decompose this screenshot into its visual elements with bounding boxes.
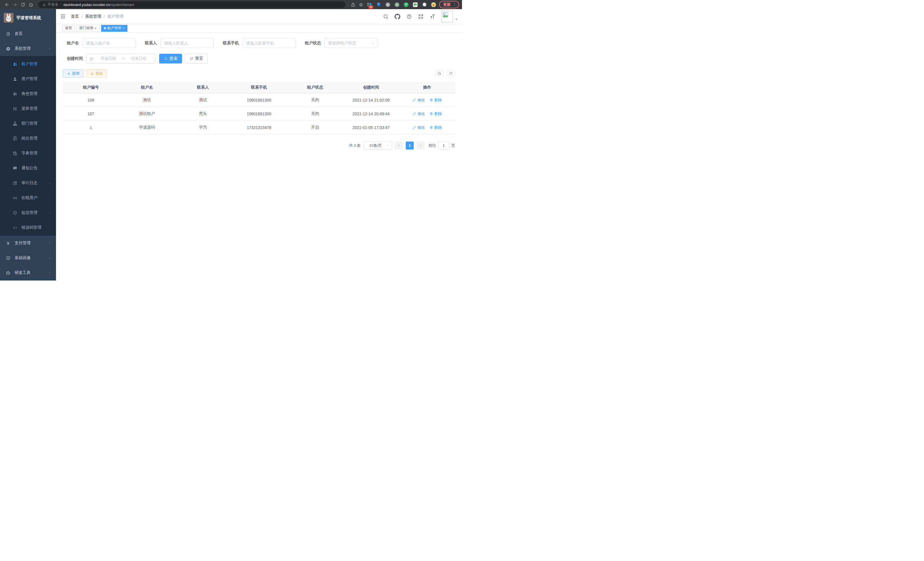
avatar[interactable]: [441, 11, 453, 22]
tag-1[interactable]: 部门管理×: [76, 25, 99, 32]
shield-check-icon: [13, 211, 17, 215]
extension-icon-y[interactable]: [403, 1, 410, 8]
sidebar-item-14-yen[interactable]: 支付管理: [0, 236, 56, 250]
chrome-update-button[interactable]: 更新: [439, 1, 459, 8]
extension-icon-balloon[interactable]: [375, 1, 382, 8]
browser-menu-icon[interactable]: [453, 3, 457, 7]
github-icon[interactable]: [394, 14, 400, 20]
sidebar-item-5-tree[interactable]: 菜单管理: [0, 101, 56, 116]
header-search-icon[interactable]: [383, 14, 388, 20]
browser-share-button[interactable]: [349, 1, 357, 9]
edit-button[interactable]: 修改: [412, 125, 425, 130]
download-icon: [90, 72, 94, 75]
table-cell: 关闭: [287, 107, 343, 121]
edit-button[interactable]: 修改: [412, 111, 425, 116]
filter-mobile: 联系手机: [223, 38, 296, 48]
sidebar-item-11-broadcast[interactable]: 在线用户: [0, 190, 56, 205]
close-icon[interactable]: ×: [94, 27, 97, 30]
sidebar: 芋道管理系统 首页系统管理租户管理用户管理角色管理菜单管理部门管理岗位管理字典管…: [0, 9, 56, 281]
extension-icon-command[interactable]: [384, 1, 391, 8]
next-page-button[interactable]: [417, 141, 424, 150]
breadcrumb-item-1[interactable]: 系统管理: [85, 14, 101, 19]
book-icon: [13, 151, 17, 156]
current-page-button[interactable]: 1: [406, 141, 414, 150]
extension-icon-blocks[interactable]: 10: [366, 1, 373, 8]
tenant-name-input[interactable]: [82, 38, 135, 48]
help-icon[interactable]: [406, 14, 412, 20]
goto-page-input[interactable]: [438, 141, 449, 150]
mobile-input[interactable]: [242, 38, 296, 48]
tag-0[interactable]: 首页: [62, 25, 75, 32]
browser-home-button[interactable]: [27, 1, 35, 9]
sidebar-item-9-chat[interactable]: 通知公告: [0, 161, 56, 176]
breadcrumb-item-2: 租户管理: [107, 14, 123, 19]
total-count: 共 3 条: [349, 143, 361, 148]
extensions-puzzle-icon[interactable]: [421, 1, 428, 8]
url-divider: [61, 3, 61, 7]
browser-forward-button[interactable]: [11, 1, 19, 9]
toolbar-right: [435, 69, 455, 78]
sidebar-item-0-dashboard[interactable]: 首页: [0, 26, 56, 41]
tags-view-bar: 首页部门管理×租户管理×: [56, 24, 462, 33]
delete-button[interactable]: 删除: [429, 125, 442, 130]
table-cell: 秃头: [175, 107, 231, 121]
fullscreen-icon[interactable]: [418, 14, 424, 20]
sidebar-item-6-org[interactable]: 部门管理: [0, 116, 56, 131]
add-button[interactable]: 新增: [63, 69, 83, 78]
sidebar-item-label: 岗位管理: [21, 136, 38, 141]
breadcrumb-item-0[interactable]: 首页: [71, 14, 79, 19]
prev-page-button[interactable]: [395, 141, 403, 150]
reset-button[interactable]: 重置: [185, 54, 208, 63]
status-select-placeholder: 请选择租户状态: [328, 41, 371, 46]
refresh-table-button[interactable]: [447, 69, 455, 78]
sidebar-item-12-shield-check[interactable]: 短信管理: [0, 205, 56, 220]
address-bar[interactable]: 不安全 dashboard.yudao.iocoder.cn/system/te…: [38, 1, 345, 8]
table-row-0: 108测试测试15601691300关闭2021-12-14 21:02:09修…: [63, 93, 455, 107]
browser-reload-button[interactable]: [19, 1, 27, 9]
extension-icon-record[interactable]: [393, 1, 400, 8]
sidebar-item-16-toolbox[interactable]: 研发工具: [0, 265, 56, 280]
sidebar-item-15-monitor[interactable]: 基础设施: [0, 250, 56, 265]
browser-back-button[interactable]: [3, 1, 11, 9]
sidebar-item-1-gear[interactable]: 系统管理: [0, 41, 56, 56]
table-cell: 2021-12-14 20:49:44: [343, 107, 399, 121]
sidebar-item-label: 短信管理: [21, 210, 38, 215]
sidebar-item-3-user[interactable]: 用户管理: [0, 71, 56, 86]
star-icon: [358, 2, 363, 7]
sidebar-item-2-users[interactable]: 租户管理: [0, 57, 56, 71]
badge-icon: [13, 136, 17, 141]
delete-button[interactable]: 删除: [429, 98, 442, 103]
sidebar-item-8-book[interactable]: 字典管理: [0, 146, 56, 161]
browser-toolbar: 不安全 dashboard.yudao.iocoder.cn/system/te…: [0, 0, 462, 9]
app-logo[interactable]: 芋道管理系统: [0, 9, 56, 26]
table-cell: 关闭: [287, 93, 343, 107]
sidebar-collapse-icon[interactable]: [60, 14, 66, 20]
delete-button[interactable]: 删除: [429, 111, 442, 116]
sidebar-item-10-edit-square[interactable]: 审计日志: [0, 176, 56, 190]
sidebar-item-4-users[interactable]: 角色管理: [0, 86, 56, 101]
sidebar-item-7-badge[interactable]: 岗位管理: [0, 131, 56, 146]
page-size-select[interactable]: 10条/页: [363, 141, 392, 150]
user-avatar-menu[interactable]: [441, 11, 458, 22]
close-icon[interactable]: ×: [123, 27, 124, 30]
column-header: 创建时间: [343, 82, 399, 93]
export-button[interactable]: 导出: [86, 69, 107, 78]
security-indicator[interactable]: 不安全: [42, 2, 58, 7]
extension-icon-chat-app[interactable]: [412, 1, 418, 8]
font-size-icon[interactable]: [430, 14, 435, 20]
sidebar-item-label: 错误码管理: [21, 225, 41, 230]
status-select[interactable]: 请选择租户状态: [324, 38, 377, 48]
profile-avatar-icon[interactable]: [430, 1, 437, 8]
chevron-up-icon: [48, 47, 51, 50]
browser-bookmark-button[interactable]: [357, 1, 365, 9]
url-host: dashboard.yudao.iocoder.cn: [63, 3, 110, 7]
export-button-label: 导出: [95, 71, 103, 76]
search-button[interactable]: 搜索: [159, 54, 182, 63]
arrow-right-icon: [419, 144, 422, 147]
sidebar-item-13-code[interactable]: 错误码管理: [0, 220, 56, 235]
edit-button[interactable]: 修改: [412, 98, 425, 103]
tag-2[interactable]: 租户管理×: [101, 25, 128, 32]
date-range-picker[interactable]: 开始日期 - 结束日期: [86, 54, 155, 63]
toggle-search-button[interactable]: [435, 69, 444, 78]
contact-input[interactable]: [160, 38, 213, 48]
